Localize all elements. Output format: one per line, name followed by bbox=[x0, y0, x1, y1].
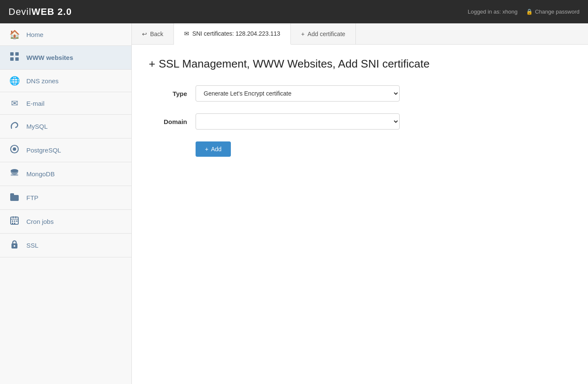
lock-icon: 🔒 bbox=[526, 8, 533, 15]
sidebar-item-label: MySQL bbox=[26, 123, 48, 130]
type-select[interactable]: Generate Let's Encrypt certificate Uploa… bbox=[196, 85, 400, 102]
sidebar-item-label: FTP bbox=[26, 194, 38, 201]
sidebar-item-dns[interactable]: 🌐 DNS zones bbox=[0, 70, 131, 92]
logged-in-label: Logged in as: xhong bbox=[468, 8, 517, 15]
tab-add-certificate[interactable]: + Add certificate bbox=[291, 23, 356, 44]
svg-point-5 bbox=[13, 147, 16, 151]
envelope-icon: ✉ bbox=[184, 30, 189, 37]
sidebar-item-label: SSL bbox=[26, 242, 38, 249]
add-button[interactable]: + Add bbox=[196, 141, 231, 157]
topbar-right: Logged in as: xhong 🔒 Change password bbox=[468, 8, 579, 15]
tab-label: Back bbox=[150, 31, 163, 37]
sidebar-item-postgresql[interactable]: PostgreSQL bbox=[0, 138, 131, 162]
main-layout: 🏠 Home WWW websites 🌐 DNS zones ✉ E-mail bbox=[0, 23, 588, 384]
back-arrow-icon: ↩ bbox=[142, 31, 147, 37]
svg-point-20 bbox=[14, 245, 15, 247]
sidebar-item-label: Home bbox=[26, 31, 43, 38]
svg-rect-16 bbox=[16, 220, 17, 222]
svg-rect-3 bbox=[15, 57, 19, 61]
svg-rect-9 bbox=[10, 193, 14, 196]
email-icon: ✉ bbox=[9, 98, 20, 108]
svg-rect-18 bbox=[14, 223, 15, 224]
svg-rect-17 bbox=[12, 223, 13, 224]
ssl-lock-icon bbox=[9, 240, 20, 251]
add-plus-icon: + bbox=[205, 146, 208, 152]
sidebar-item-mysql[interactable]: MySQL bbox=[0, 115, 131, 138]
domain-select[interactable] bbox=[196, 113, 400, 130]
sidebar-item-ftp[interactable]: FTP bbox=[0, 186, 131, 210]
domain-form-row: Domain bbox=[149, 113, 571, 130]
mongodb-icon bbox=[9, 168, 20, 180]
sidebar-item-ssl[interactable]: SSL bbox=[0, 234, 131, 257]
tab-bar: ↩ Back ✉ SNI certificates: 128.204.223.1… bbox=[132, 23, 588, 45]
sidebar-item-www[interactable]: WWW websites bbox=[0, 46, 131, 70]
title-text: SSL Management, WWW Websites, Add SNI ce… bbox=[159, 57, 429, 71]
sidebar-item-label: DNS zones bbox=[26, 77, 59, 85]
svg-rect-7 bbox=[11, 174, 18, 176]
ftp-icon bbox=[9, 192, 20, 203]
sidebar-item-label: E-mail bbox=[26, 100, 45, 107]
topbar: DevilWEB 2.0 Logged in as: xhong 🔒 Chang… bbox=[0, 0, 588, 23]
title-plus-icon: + bbox=[149, 57, 155, 71]
svg-rect-11 bbox=[13, 216, 14, 218]
tab-sni[interactable]: ✉ SNI certificates: 128.204.223.113 bbox=[174, 23, 291, 45]
postgresql-icon bbox=[9, 144, 20, 156]
sidebar-item-email[interactable]: ✉ E-mail bbox=[0, 92, 131, 115]
globe-icon: 🌐 bbox=[9, 76, 20, 86]
plus-icon: + bbox=[301, 31, 304, 37]
mysql-icon bbox=[9, 121, 20, 132]
page-content: + SSL Management, WWW Websites, Add SNI … bbox=[132, 45, 588, 169]
sidebar-item-label: PostgreSQL bbox=[26, 147, 61, 154]
sidebar-item-label: MongoDB bbox=[26, 170, 55, 178]
brand: DevilWEB 2.0 bbox=[9, 6, 72, 17]
sidebar-item-label: Cron jobs bbox=[26, 218, 54, 225]
sidebar-item-home[interactable]: 🏠 Home bbox=[0, 23, 131, 46]
sidebar: 🏠 Home WWW websites 🌐 DNS zones ✉ E-mail bbox=[0, 23, 132, 384]
add-button-label: Add bbox=[211, 146, 222, 152]
svg-rect-2 bbox=[10, 57, 14, 61]
svg-rect-1 bbox=[15, 52, 19, 56]
domain-label: Domain bbox=[149, 118, 187, 125]
content-area: ↩ Back ✉ SNI certificates: 128.204.223.1… bbox=[132, 23, 588, 384]
home-icon: 🏠 bbox=[9, 29, 20, 40]
change-password-link[interactable]: 🔒 Change password bbox=[526, 8, 579, 15]
page-title: + SSL Management, WWW Websites, Add SNI … bbox=[149, 57, 571, 71]
grid-icon bbox=[9, 52, 20, 63]
tab-back[interactable]: ↩ Back bbox=[132, 23, 174, 44]
cron-icon bbox=[9, 216, 20, 227]
svg-rect-8 bbox=[10, 195, 19, 201]
svg-rect-14 bbox=[12, 220, 13, 222]
tab-label: Add certificate bbox=[307, 31, 345, 37]
sidebar-item-label: WWW websites bbox=[26, 54, 73, 61]
type-label: Type bbox=[149, 90, 187, 97]
svg-rect-0 bbox=[10, 52, 14, 56]
svg-rect-15 bbox=[14, 220, 15, 222]
svg-rect-12 bbox=[15, 216, 16, 218]
sidebar-item-mongodb[interactable]: MongoDB bbox=[0, 162, 131, 186]
sidebar-item-cron[interactable]: Cron jobs bbox=[0, 210, 131, 234]
tab-label: SNI certificates: 128.204.223.113 bbox=[192, 30, 280, 37]
type-form-row: Type Generate Let's Encrypt certificate … bbox=[149, 85, 571, 102]
